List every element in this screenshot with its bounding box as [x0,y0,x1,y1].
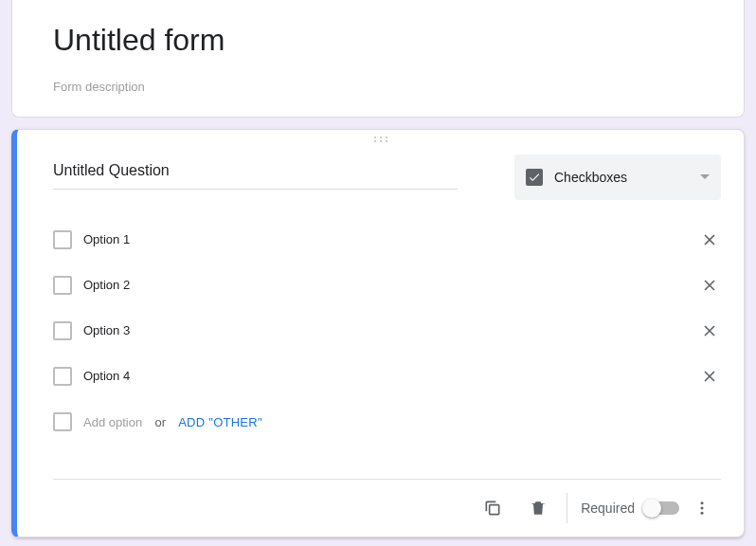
question-type-selector[interactable]: Checkboxes [514,155,721,200]
question-type-label: Checkboxes [554,170,700,185]
question-title-wrap [53,155,458,190]
option-label[interactable]: Option 2 [83,278,698,292]
checkbox-icon [526,169,543,186]
question-footer: Required [53,479,721,537]
remove-option-button[interactable] [698,274,721,297]
option-row: Option 3 [53,308,721,354]
question-top-row: Checkboxes [53,155,721,200]
option-row: Option 1 [53,217,721,263]
svg-point-1 [380,136,382,138]
required-label: Required [581,500,635,516]
duplicate-button[interactable] [470,489,515,527]
remove-option-button[interactable] [698,365,721,388]
add-option-text[interactable]: Add option or ADD "OTHER" [83,413,262,430]
required-toggle[interactable] [644,501,679,515]
svg-rect-6 [490,504,499,514]
svg-point-0 [374,136,376,138]
question-title-input[interactable] [53,155,458,190]
checkbox-outline-icon [53,321,72,340]
option-row: Option 2 [53,263,721,308]
divider [567,493,567,523]
question-body: Checkboxes Option 1 Option 2 [17,147,744,537]
options-list: Option 1 Option 2 Option 3 [53,217,721,456]
checkbox-outline-icon [53,412,72,431]
checkbox-outline-icon [53,367,72,386]
drag-handle-icon[interactable] [17,130,744,147]
svg-point-4 [380,140,382,142]
remove-option-button[interactable] [698,228,721,251]
option-row: Option 4 [53,354,721,399]
svg-point-5 [386,140,387,142]
svg-point-9 [701,511,704,514]
chevron-down-icon [700,174,710,179]
add-other-button[interactable]: ADD "OTHER" [178,415,262,429]
option-label[interactable]: Option 3 [83,323,698,337]
checkbox-outline-icon [53,230,72,249]
option-label[interactable]: Option 1 [83,232,698,246]
svg-point-8 [701,506,704,509]
option-label[interactable]: Option 4 [83,369,698,383]
question-card: Checkboxes Option 1 Option 2 [11,129,745,537]
form-title[interactable]: Untitled form [53,21,721,61]
more-options-button[interactable] [683,489,721,527]
form-description-placeholder[interactable]: Form description [53,80,721,94]
add-option-row: Add option or ADD "OTHER" [53,399,721,445]
delete-button[interactable] [515,489,561,527]
svg-point-2 [386,136,387,138]
form-header-card: Untitled form Form description [11,0,745,118]
toggle-thumb [642,499,661,518]
checkbox-outline-icon [53,276,72,295]
svg-point-3 [374,140,376,142]
svg-point-7 [701,501,704,504]
remove-option-button[interactable] [698,319,721,342]
